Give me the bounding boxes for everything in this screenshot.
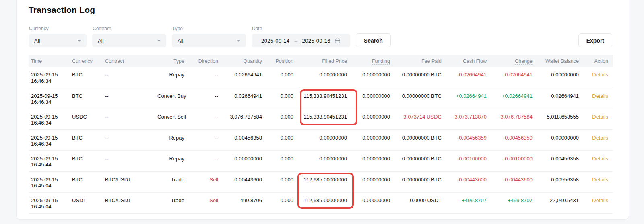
cell-currency: BTC (72, 129, 105, 150)
details-link[interactable]: Details (592, 114, 608, 120)
cell-time: 2025-09-1516:46:34 (29, 88, 72, 109)
arrow-right-icon: → (293, 38, 299, 44)
contract-select[interactable]: All (92, 34, 166, 47)
cell-change: -0.00443600 (491, 171, 537, 192)
details-link[interactable]: Details (592, 156, 608, 162)
cell-type: Repay (157, 150, 189, 171)
cell-quantity: 0.00456358 (223, 129, 267, 150)
cell-fee_paid: 0.00000000 BTC (395, 171, 446, 192)
cell-time: 2025-09-1516:45:04 (29, 171, 72, 192)
cell-change: -3,076.787584 (491, 109, 537, 129)
cell-direction: -- (189, 129, 223, 150)
cell-filled_price: 115,338.90451231 (298, 88, 352, 109)
column-header-filled_price: Filled Price (298, 55, 352, 67)
currency-filter-group: Currency All (29, 26, 87, 47)
cell-filled_price: 0.00000000 (298, 129, 352, 150)
column-header-contract: Contract (105, 55, 157, 67)
table-row: 2025-09-1516:45:44BTC--Repay--0.00000000… (29, 150, 613, 171)
cell-direction: -- (189, 109, 223, 129)
cell-wallet_balance: 0.02664941 (537, 88, 584, 109)
date-range-input[interactable]: 2025-09-14 → 2025-09-16 (252, 34, 350, 47)
details-link[interactable]: Details (592, 177, 608, 183)
cell-type: Trade (157, 171, 189, 192)
date-filter-label: Date (252, 26, 350, 31)
cell-filled_price: 0.00000000 (298, 67, 352, 88)
table-row: 2025-09-1516:46:34BTC--Convert Buy--0.02… (29, 88, 613, 109)
cell-action: Details (584, 192, 613, 213)
type-select[interactable]: All (172, 34, 246, 47)
cell-time: 2025-09-1516:46:34 (29, 67, 72, 88)
table-header-row: TimeCurrencyContractTypeDirectionQuantit… (29, 55, 613, 67)
column-header-quantity: Quantity (223, 55, 267, 67)
cell-wallet_balance: 0.00456358 (537, 150, 584, 171)
cell-funding: 0.00000000 (352, 171, 395, 192)
cell-filled_price: 0.00000000 (298, 150, 352, 171)
currency-select-value: All (34, 38, 40, 44)
column-header-fee_paid: Fee Paid (395, 55, 446, 67)
cell-funding: 0.00000000 (352, 129, 395, 150)
cell-quantity: 3,076.787584 (223, 109, 267, 129)
cell-currency: USDC (72, 109, 105, 129)
details-link[interactable]: Details (592, 72, 608, 78)
cell-direction: -- (189, 150, 223, 171)
cell-cash_flow: +499.8707 (446, 192, 491, 213)
contract-filter-group: Contract All (92, 26, 166, 47)
search-button[interactable]: Search (356, 33, 391, 47)
table-row: 2025-09-1516:45:04BTCBTC/USDTTradeSell-0… (29, 171, 613, 192)
details-link[interactable]: Details (592, 93, 608, 99)
cell-contract: -- (105, 67, 157, 88)
cell-wallet_balance: 0.00556358 (537, 171, 584, 192)
cell-position: 0.000 (267, 109, 298, 129)
cell-action: Details (584, 88, 613, 109)
cell-currency: BTC (72, 88, 105, 109)
details-link[interactable]: Details (592, 135, 608, 141)
cell-direction: Sell (189, 171, 223, 192)
cell-quantity: 499.8706 (223, 192, 267, 213)
contract-select-value: All (98, 38, 103, 44)
cell-position: 0.000 (267, 67, 298, 88)
cell-funding: 0.00000000 (352, 109, 395, 129)
type-filter-label: Type (172, 26, 246, 31)
column-header-wallet_balance: Wallet Balance (537, 55, 584, 67)
cell-change: -0.00100000 (491, 150, 537, 171)
cell-action: Details (584, 171, 613, 192)
cell-action: Details (584, 150, 613, 171)
cell-change: -0.00456359 (491, 129, 537, 150)
export-button[interactable]: Export (578, 33, 612, 47)
cell-cash_flow: -0.00456359 (446, 129, 491, 150)
cell-contract: -- (105, 109, 157, 129)
date-start-value: 2025-09-14 (261, 38, 290, 44)
cell-position: 0.000 (267, 88, 298, 109)
cell-time: 2025-09-1516:46:34 (29, 109, 72, 129)
cell-position: 0.000 (267, 171, 298, 192)
cell-contract: BTC/USDT (105, 171, 157, 192)
cell-action: Details (584, 129, 613, 150)
chevron-down-icon (237, 40, 240, 42)
currency-select[interactable]: All (29, 34, 87, 47)
cell-type: Repay (157, 129, 189, 150)
type-select-value: All (178, 38, 183, 44)
cell-wallet_balance: 0.00000000 (537, 129, 584, 150)
cell-cash_flow: -0.02664941 (446, 67, 491, 88)
cell-wallet_balance: 0.00000000 (537, 67, 584, 88)
cell-cash_flow: -3,073.713870 (446, 109, 491, 129)
column-header-direction: Direction (189, 55, 223, 67)
details-link[interactable]: Details (592, 197, 608, 203)
cell-fee_paid: 3.073714 USDC (395, 109, 446, 129)
date-filter-group: Date 2025-09-14 → 2025-09-16 (252, 26, 350, 47)
cell-wallet_balance: 5,018.658555 (537, 109, 584, 129)
cell-currency: BTC (72, 171, 105, 192)
cell-type: Convert Sell (157, 109, 189, 129)
transaction-table: TimeCurrencyContractTypeDirectionQuantit… (29, 55, 613, 214)
cell-fee_paid: 0.00000000 BTC (395, 129, 446, 150)
cell-wallet_balance: 22,040.5431 (537, 192, 584, 213)
cell-position: 0.000 (267, 150, 298, 171)
column-header-time: Time (29, 55, 72, 67)
cell-position: 0.000 (267, 129, 298, 150)
cell-type: Trade (157, 192, 189, 213)
cell-cash_flow: -0.00443600 (446, 171, 491, 192)
cell-quantity: 0.02664941 (223, 88, 267, 109)
type-filter-group: Type All (172, 26, 246, 47)
column-header-type: Type (157, 55, 189, 67)
filter-bar: Currency All Contract All Type All Date … (29, 26, 612, 47)
